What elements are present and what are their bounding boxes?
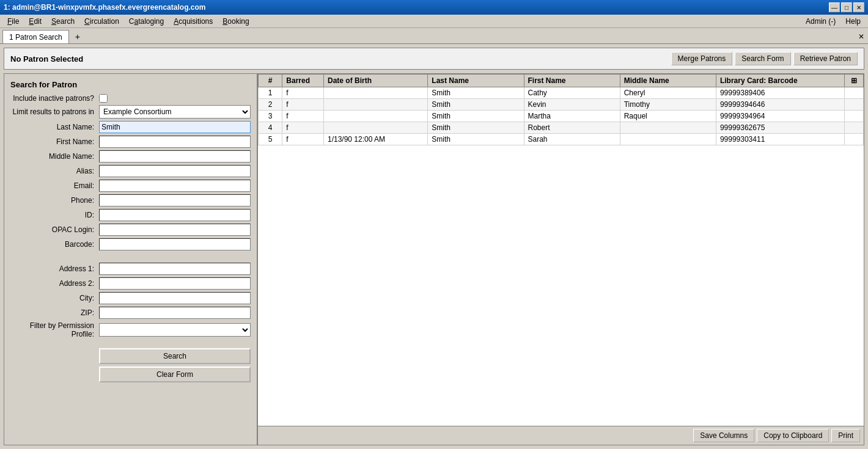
col-header-middlename[interactable]: Middle Name <box>620 75 716 87</box>
cell-barred: f <box>282 99 324 111</box>
phone-input[interactable] <box>99 194 251 206</box>
no-patron-label: No Patron Selected <box>10 54 83 64</box>
table-header-row: # Barred Date of Birth Last Name First N… <box>259 75 864 87</box>
phone-row: Phone: <box>10 194 251 206</box>
cell-expand <box>844 87 863 99</box>
alias-input[interactable] <box>99 165 251 177</box>
cell-expand <box>844 99 863 111</box>
limit-results-row: Limit results to patrons in Example Cons… <box>10 105 251 119</box>
tabbar: 1 Patron Search + ✕ <box>0 28 868 44</box>
cell-lastname: Smith <box>428 87 524 99</box>
filter-profile-row: Filter by Permission Profile: <box>10 321 251 338</box>
include-inactive-label: Include inactive patrons? <box>10 94 99 103</box>
filter-profile-label: Filter by Permission Profile: <box>10 321 99 338</box>
content-area: Search for Patron Include inactive patro… <box>4 73 864 445</box>
zip-label: ZIP: <box>10 308 99 317</box>
table-row[interactable]: 1 f Smith Cathy Cheryl 99999389406 <box>259 87 864 99</box>
city-input[interactable] <box>99 292 251 304</box>
search-form-title: Search for Patron <box>10 80 251 89</box>
cell-num: 3 <box>259 111 282 122</box>
email-input[interactable] <box>99 180 251 192</box>
minimize-button[interactable]: — <box>829 2 840 12</box>
first-name-label: First Name: <box>10 137 99 146</box>
barcode-row: Barcode: <box>10 238 251 250</box>
zip-input[interactable] <box>99 307 251 319</box>
opac-login-row: OPAC Login: <box>10 224 251 236</box>
barcode-input[interactable] <box>99 238 251 250</box>
results-tbody: 1 f Smith Cathy Cheryl 99999389406 2 f S… <box>259 87 864 145</box>
phone-label: Phone: <box>10 196 99 205</box>
cell-firstname: Martha <box>524 111 620 122</box>
city-row: City: <box>10 292 251 304</box>
menu-file[interactable]: File <box>2 15 24 27</box>
col-header-dob[interactable]: Date of Birth <box>324 75 428 87</box>
cell-lastname: Smith <box>428 111 524 122</box>
save-columns-button[interactable]: Save Columns <box>693 429 754 442</box>
alias-label: Alias: <box>10 167 99 175</box>
search-panel: Search for Patron Include inactive patro… <box>4 74 258 445</box>
col-header-barcode[interactable]: Library Card: Barcode <box>716 75 844 87</box>
limit-results-select[interactable]: Example Consortium <box>99 105 251 119</box>
table-row[interactable]: 3 f Smith Martha Raquel 99999394964 <box>259 111 864 122</box>
clear-form-button[interactable]: Clear Form <box>99 367 251 382</box>
col-header-barred[interactable]: Barred <box>282 75 324 87</box>
copy-clipboard-button[interactable]: Copy to Clipboard <box>757 429 829 442</box>
search-button[interactable]: Search <box>99 348 251 364</box>
include-inactive-checkbox[interactable] <box>99 94 108 103</box>
cell-dob <box>324 99 428 111</box>
email-row: Email: <box>10 180 251 192</box>
opac-login-input[interactable] <box>99 224 251 236</box>
table-row[interactable]: 2 f Smith Kevin Timothy 99999394646 <box>259 99 864 111</box>
maximize-button[interactable]: □ <box>841 2 852 12</box>
col-header-firstname[interactable]: First Name <box>524 75 620 87</box>
titlebar-controls: — □ ✕ <box>829 2 864 12</box>
cell-expand <box>844 122 863 134</box>
middle-name-input[interactable] <box>99 150 251 162</box>
menu-circulation[interactable]: Circulation <box>79 15 124 27</box>
cell-middlename: Timothy <box>620 99 716 111</box>
add-tab-button[interactable]: + <box>70 30 85 43</box>
retrieve-patron-button[interactable]: Retrieve Patron <box>793 52 858 65</box>
cell-lastname: Smith <box>428 99 524 111</box>
col-header-lastname[interactable]: Last Name <box>428 75 524 87</box>
col-header-expand[interactable]: ⊞ <box>844 75 863 87</box>
search-form-button[interactable]: Search Form <box>735 52 790 65</box>
table-row[interactable]: 4 f Smith Robert 99999362675 <box>259 122 864 134</box>
menu-booking[interactable]: Booking <box>218 15 254 27</box>
results-panel: # Barred Date of Birth Last Name First N… <box>258 74 864 445</box>
menu-admin[interactable]: Admin (-) <box>801 15 840 27</box>
cell-dob <box>324 122 428 134</box>
last-name-input[interactable] <box>99 121 251 133</box>
last-name-row: Last Name: <box>10 121 251 133</box>
close-tab-button[interactable]: ✕ <box>858 32 864 41</box>
address2-input[interactable] <box>99 277 251 290</box>
cell-barred: f <box>282 111 324 122</box>
menu-acquisitions[interactable]: Acquisitions <box>169 15 218 27</box>
cell-barred: f <box>282 122 324 134</box>
cell-dob: 1/13/90 12:00 AM <box>324 134 428 145</box>
first-name-input[interactable] <box>99 136 251 148</box>
menu-edit[interactable]: Edit <box>24 15 46 27</box>
menu-search[interactable]: Search <box>46 15 79 27</box>
merge-patrons-button[interactable]: Merge Patrons <box>671 52 733 65</box>
menu-help[interactable]: Help <box>840 15 866 27</box>
barcode-label: Barcode: <box>10 240 99 249</box>
cell-barcode: 99999362675 <box>716 122 844 134</box>
tab-patron-search[interactable]: 1 Patron Search <box>2 30 69 43</box>
print-button[interactable]: Print <box>831 429 860 442</box>
results-table: # Barred Date of Birth Last Name First N… <box>258 74 864 145</box>
address1-row: Address 1: <box>10 263 251 275</box>
menu-cataloging[interactable]: Cataloging <box>124 15 169 27</box>
address1-input[interactable] <box>99 263 251 275</box>
info-bar: No Patron Selected Merge Patrons Search … <box>4 48 864 70</box>
filter-profile-select[interactable] <box>99 323 251 337</box>
opac-login-label: OPAC Login: <box>10 225 99 234</box>
include-inactive-row: Include inactive patrons? <box>10 94 251 103</box>
titlebar: 1: admin@BR1-winxpvmfx.phasefx.evergreen… <box>0 0 868 15</box>
id-input[interactable] <box>99 209 251 221</box>
tab-patron-search-label: 1 Patron Search <box>9 33 62 42</box>
results-footer: Save Columns Copy to Clipboard Print <box>258 426 864 445</box>
info-bar-buttons: Merge Patrons Search Form Retrieve Patro… <box>671 52 858 65</box>
close-button[interactable]: ✕ <box>853 2 864 12</box>
table-row[interactable]: 5 f 1/13/90 12:00 AM Smith Sarah 9999930… <box>259 134 864 145</box>
